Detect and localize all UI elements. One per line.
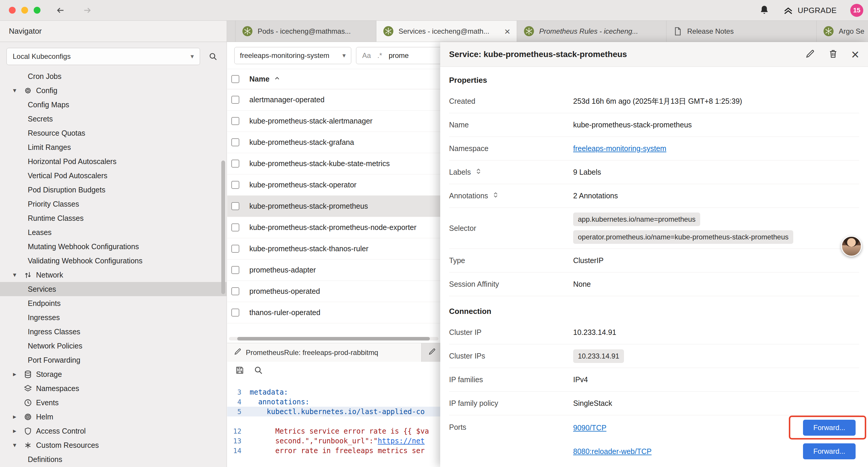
sidebar-item-port-forwarding[interactable]: Port Forwarding <box>0 353 226 367</box>
sidebar-item-cron-jobs[interactable]: Cron Jobs <box>0 69 226 83</box>
sidebar-item-ingress-classes[interactable]: Ingress Classes <box>0 324 226 339</box>
sidebar-item-mutating-webhook-configurations[interactable]: Mutating Webhook Configurations <box>0 239 226 254</box>
sidebar-item-endpoints[interactable]: Endpoints <box>0 296 226 310</box>
expand-collapse-icon[interactable] <box>492 191 500 201</box>
table-row[interactable]: thanos-ruler-operated <box>227 302 440 323</box>
save-button[interactable] <box>235 365 245 376</box>
table-row[interactable]: prometheus-operated <box>227 281 440 302</box>
line-number: 5 <box>227 408 250 415</box>
dock-tab-partial[interactable] <box>422 343 440 362</box>
forward-port-button[interactable]: Forward... <box>803 420 856 436</box>
tab-pods[interactable]: Pods - icecheng@mathmas... <box>235 21 376 42</box>
table-row[interactable]: kube-prometheus-stack-kube-state-metrics <box>227 153 440 174</box>
sidebar-item-resource-quotas[interactable]: Resource Quotas <box>0 126 226 140</box>
row-checkbox[interactable] <box>231 202 239 210</box>
folded-region[interactable] <box>227 416 440 426</box>
back-button[interactable] <box>54 4 67 17</box>
close-drawer-button[interactable]: × <box>851 48 859 61</box>
table-search-input[interactable]: Aa .* prome <box>356 47 440 64</box>
sidebar-item-definitions[interactable]: Definitions <box>0 452 226 466</box>
expand-collapse-icon[interactable] <box>474 167 483 177</box>
avatar[interactable] <box>841 236 862 257</box>
port-link[interactable]: 8080:reloader-web/TCP <box>573 447 651 456</box>
row-checkbox[interactable] <box>231 117 239 125</box>
editor-search-button[interactable] <box>253 365 263 376</box>
sidebar-item-storage[interactable]: ▸ Storage <box>0 367 226 381</box>
row-checkbox[interactable] <box>231 287 239 295</box>
sort-ascending-icon[interactable] <box>274 75 281 84</box>
sidebar-item-services[interactable]: Services <box>0 282 226 296</box>
kubeconfig-selector[interactable]: Local Kubeconfigs ▾ <box>6 48 200 65</box>
table-row[interactable]: alertmanager-operated <box>227 89 440 111</box>
sidebar-scrollbar[interactable] <box>221 160 225 294</box>
row-checkbox[interactable] <box>231 138 239 146</box>
sidebar-item-runtime-classes[interactable]: Runtime Classes <box>0 211 226 225</box>
sidebar-item-config[interactable]: ▾ Config <box>0 83 226 97</box>
search-icon <box>208 52 218 61</box>
property-row-labels: Labels 9 Labels <box>449 160 859 184</box>
row-checkbox[interactable] <box>231 309 239 317</box>
sidebar-item-network[interactable]: ▾ Network <box>0 268 226 282</box>
sidebar-item-custom-resources[interactable]: ▾ Custom Resources <box>0 438 226 452</box>
row-checkbox[interactable] <box>231 266 239 274</box>
sidebar-item-events[interactable]: Events <box>0 396 226 410</box>
property-row-namespace: Namespace freeleaps-monitoring-system <box>449 137 859 160</box>
table-row[interactable]: prometheus-adapter <box>227 260 440 281</box>
select-all-checkbox[interactable] <box>231 75 239 83</box>
row-checkbox[interactable] <box>231 159 239 168</box>
name-column-header[interactable]: Name <box>249 75 270 83</box>
namespace-link[interactable]: freeleaps-monitoring-system <box>573 144 666 153</box>
upgrade-button[interactable]: UPGRADE <box>783 5 837 16</box>
sidebar-item-namespaces[interactable]: Namespaces <box>0 381 226 396</box>
sidebar-item-secrets[interactable]: Secrets <box>0 112 226 126</box>
tab-prometheus-rules[interactable]: Prometheus Rules - icecheng... <box>517 21 666 42</box>
sidebar-item-horizontal-pod-autoscalers[interactable]: Horizontal Pod Autoscalers <box>0 154 226 169</box>
forward-port-button[interactable]: Forward... <box>803 443 856 459</box>
edit-button[interactable] <box>805 49 815 60</box>
sidebar-item-network-policies[interactable]: Network Policies <box>0 339 226 353</box>
table-row[interactable]: kube-prometheus-stack-grafana <box>227 132 440 153</box>
match-case-toggle[interactable]: Aa <box>362 52 371 60</box>
line-number: 14 <box>227 447 250 455</box>
sidebar-item-validating-webhook-configurations[interactable]: Validating Webhook Configurations <box>0 254 226 268</box>
table-row[interactable]: kube-prometheus-stack-thanos-ruler <box>227 238 440 260</box>
notification-count-badge[interactable]: 15 <box>850 4 863 17</box>
sidebar-item-access-control[interactable]: ▸ Access Control <box>0 424 226 438</box>
delete-button[interactable] <box>828 49 838 60</box>
cluster-ip-badge: 10.233.14.91 <box>573 349 624 363</box>
row-checkbox[interactable] <box>231 245 239 253</box>
sidebar-item-config-maps[interactable]: Config Maps <box>0 97 226 112</box>
close-window-button[interactable] <box>9 7 16 13</box>
notifications-button[interactable] <box>759 5 769 16</box>
tab-argo[interactable]: Argo Se <box>816 21 868 42</box>
sidebar-item-pod-disruption-budgets[interactable]: Pod Disruption Budgets <box>0 183 226 197</box>
table-row-selected[interactable]: kube-prometheus-stack-prometheus <box>227 196 440 217</box>
yaml-editor[interactable]: 3 metadata: 4 annotations: 5 kubectl.kub… <box>227 380 440 467</box>
regex-toggle[interactable]: .* <box>377 52 382 60</box>
row-checkbox[interactable] <box>231 96 239 104</box>
table-row[interactable]: kube-prometheus-stack-operator <box>227 174 440 196</box>
sidebar-item-vertical-pod-autoscalers[interactable]: Vertical Pod Autoscalers <box>0 169 226 183</box>
sidebar-item-priority-classes[interactable]: Priority Classes <box>0 197 226 211</box>
horizontal-scrollbar[interactable] <box>229 337 438 341</box>
row-checkbox[interactable] <box>231 181 239 189</box>
close-tab-icon[interactable]: × <box>500 26 510 36</box>
dock-tab-prometheusrule[interactable]: PrometheusRule: freeleaps-prod-rabbitmq <box>227 343 422 362</box>
table-row[interactable]: kube-prometheus-stack-prometheus-node-ex… <box>227 217 440 238</box>
forward-button[interactable] <box>81 4 94 17</box>
maximize-window-button[interactable] <box>34 7 40 13</box>
scrollbar-thumb[interactable] <box>237 337 430 341</box>
tab-services[interactable]: Services - icecheng@math... × <box>376 21 517 42</box>
table-row[interactable]: kube-prometheus-stack-alertmanager <box>227 111 440 132</box>
chevron-down-icon: ▾ <box>13 441 24 449</box>
tab-release-notes[interactable]: Release Notes <box>666 21 816 42</box>
sidebar-item-limit-ranges[interactable]: Limit Ranges <box>0 140 226 154</box>
namespace-filter-select[interactable]: freeleaps-monitoring-system ▾ <box>234 47 351 64</box>
sidebar-item-ingresses[interactable]: Ingresses <box>0 310 226 324</box>
minimize-window-button[interactable] <box>21 7 28 13</box>
port-link[interactable]: 9090/TCP <box>573 424 607 432</box>
row-checkbox[interactable] <box>231 224 239 231</box>
sidebar-item-helm[interactable]: ▸ Helm <box>0 410 226 424</box>
sidebar-item-leases[interactable]: Leases <box>0 225 226 239</box>
sidebar-search-button[interactable] <box>206 49 220 63</box>
